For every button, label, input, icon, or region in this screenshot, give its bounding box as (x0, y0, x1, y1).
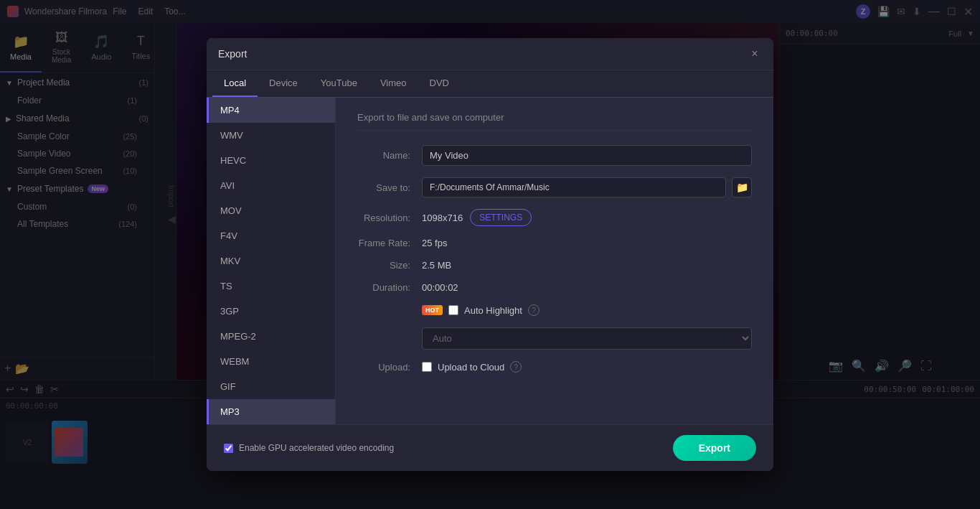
format-mpeg2[interactable]: MPEG-2 (207, 324, 335, 349)
frame-rate-row: Frame Rate: 25 fps (357, 238, 752, 248)
resolution-value: 1098x716 (422, 213, 463, 223)
auto-dropdown-row: Auto (357, 327, 752, 350)
format-mp3[interactable]: MP3 (207, 399, 335, 424)
resolution-label: Resolution: (357, 213, 422, 223)
auto-highlight-info-icon[interactable]: ? (528, 304, 540, 316)
auto-highlight-row: HOT Auto Highlight ? (357, 304, 752, 316)
format-f4v[interactable]: F4V (207, 223, 335, 248)
dialog-footer: Enable GPU accelerated video encoding Ex… (207, 424, 773, 471)
size-value: 2.5 MB (422, 260, 752, 271)
format-list: MP4 WMV HEVC AVI MOV F4V MKV TS 3GP MPEG… (207, 98, 336, 424)
upload-checkbox-row: Upload to Cloud ? (422, 361, 752, 373)
frame-rate-label: Frame Rate: (357, 238, 422, 248)
upload-info-icon[interactable]: ? (510, 361, 522, 373)
duration-value: 00:00:02 (422, 282, 752, 293)
dialog-close-button[interactable]: × (748, 47, 762, 61)
resolution-value-row: 1098x716 SETTINGS (422, 209, 532, 226)
auto-dropdown[interactable]: Auto (422, 327, 752, 350)
name-row: Name: (357, 145, 752, 166)
save-to-row: Save to: 📁 (357, 177, 752, 197)
format-3gp[interactable]: 3GP (207, 299, 335, 324)
format-hevc[interactable]: HEVC (207, 148, 335, 173)
dialog-body: MP4 WMV HEVC AVI MOV F4V MKV TS 3GP MPEG… (207, 98, 773, 424)
gpu-checkbox-row: Enable GPU accelerated video encoding (224, 443, 394, 453)
format-webm[interactable]: WEBM (207, 349, 335, 374)
export-tab-dvd[interactable]: DVD (418, 70, 461, 97)
export-tab-vimeo[interactable]: Vimeo (369, 70, 418, 97)
auto-highlight-label: Auto Highlight (464, 305, 522, 316)
save-to-input-row: 📁 (422, 177, 752, 197)
upload-to-cloud-checkbox[interactable] (422, 362, 432, 372)
export-button[interactable]: Export (673, 435, 756, 461)
export-tab-local[interactable]: Local (212, 70, 258, 97)
dialog-title: Export (218, 48, 247, 60)
export-tab-device[interactable]: Device (258, 70, 309, 97)
browse-folder-button[interactable]: 📁 (732, 177, 752, 197)
save-to-input[interactable] (422, 177, 726, 197)
export-tab-youtube[interactable]: YouTube (309, 70, 369, 97)
resolution-row: Resolution: 1098x716 SETTINGS (357, 209, 752, 226)
upload-to-cloud-label: Upload to Cloud (438, 362, 504, 373)
gpu-checkbox[interactable] (224, 444, 233, 453)
format-mkv[interactable]: MKV (207, 248, 335, 274)
export-settings: Export to file and save on computer Name… (336, 98, 773, 424)
format-mov[interactable]: MOV (207, 198, 335, 223)
save-to-label: Save to: (357, 182, 422, 193)
hot-badge: HOT (422, 305, 443, 315)
settings-button[interactable]: SETTINGS (470, 209, 532, 226)
size-label: Size: (357, 260, 422, 271)
format-ts[interactable]: TS (207, 274, 335, 299)
name-label: Name: (357, 150, 422, 161)
app-container: Wondershare Filmora File Edit Too... Z 💾… (0, 0, 980, 509)
name-input[interactable] (422, 145, 752, 166)
format-mp4[interactable]: MP4 (207, 98, 335, 123)
export-dialog: Export × Local Device YouTube Vimeo DVD … (207, 38, 773, 471)
upload-label: Upload: (357, 362, 422, 373)
auto-highlight-checkbox[interactable] (448, 305, 458, 315)
size-row: Size: 2.5 MB (357, 260, 752, 271)
gpu-label: Enable GPU accelerated video encoding (239, 443, 394, 453)
format-avi[interactable]: AVI (207, 173, 335, 198)
frame-rate-value: 25 fps (422, 238, 752, 248)
dialog-header: Export × (207, 38, 773, 70)
format-gif[interactable]: GIF (207, 374, 335, 399)
dialog-tabs: Local Device YouTube Vimeo DVD (207, 70, 773, 98)
auto-highlight-checkbox-row: HOT Auto Highlight ? (422, 304, 752, 316)
upload-row: Upload: Upload to Cloud ? (357, 361, 752, 373)
format-wmv[interactable]: WMV (207, 123, 335, 148)
dialog-overlay: Export × Local Device YouTube Vimeo DVD … (0, 0, 980, 509)
duration-row: Duration: 00:00:02 (357, 282, 752, 293)
duration-label: Duration: (357, 282, 422, 293)
export-subtitle: Export to file and save on computer (357, 112, 752, 131)
